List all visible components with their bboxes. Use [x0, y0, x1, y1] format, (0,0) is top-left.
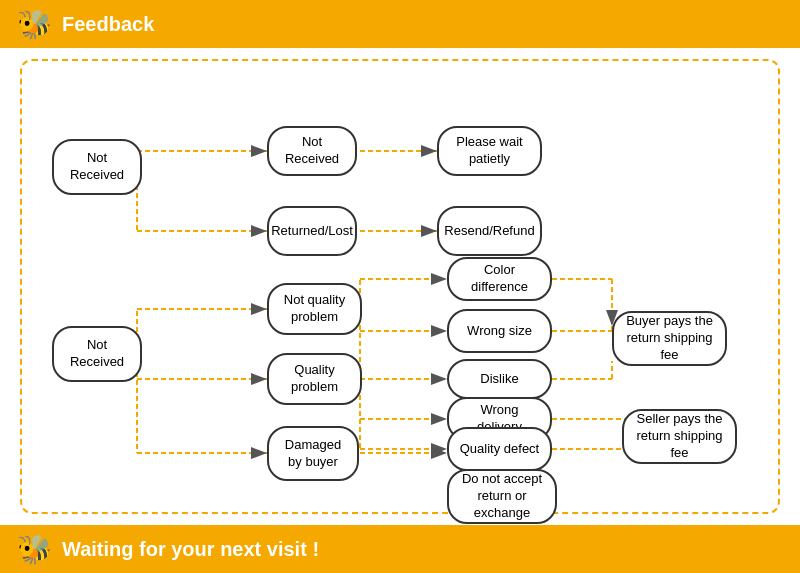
node-quality-problem: Quality problem [267, 353, 362, 405]
node-buyer-pays: Buyer pays the return shipping fee [612, 311, 727, 366]
header-title: Feedback [62, 13, 154, 36]
node-not-received-mid-top: Not Received [267, 126, 357, 176]
node-seller-pays: Seller pays the return shipping fee [622, 409, 737, 464]
node-quality-defect: Quality defect [447, 427, 552, 471]
node-color-difference: Color difference [447, 257, 552, 301]
node-damaged-by-buyer: Damaged by buyer [267, 426, 359, 481]
header: 🐝 Feedback [0, 0, 800, 48]
footer: 🐝 Waiting for your next visit ! [0, 525, 800, 573]
node-please-wait: Please wait patietly [437, 126, 542, 176]
node-wrong-size: Wrong size [447, 309, 552, 353]
node-not-quality-problem: Not quality problem [267, 283, 362, 335]
node-not-received-bottom: Not Received [52, 326, 142, 382]
node-resend-refund: Resend/Refund [437, 206, 542, 256]
diagram-container: Not Received Not Received Returned/Lost … [20, 59, 780, 514]
main-content: Not Received Not Received Returned/Lost … [0, 48, 800, 525]
node-do-not-accept: Do not accept return or exchange [447, 469, 557, 524]
node-dislike: Dislike [447, 359, 552, 399]
node-returned-lost: Returned/Lost [267, 206, 357, 256]
bee-icon-footer: 🐝 [16, 531, 52, 567]
node-not-received-top: Not Received [52, 139, 142, 195]
bee-icon-header: 🐝 [16, 6, 52, 42]
footer-title: Waiting for your next visit ! [62, 538, 319, 561]
